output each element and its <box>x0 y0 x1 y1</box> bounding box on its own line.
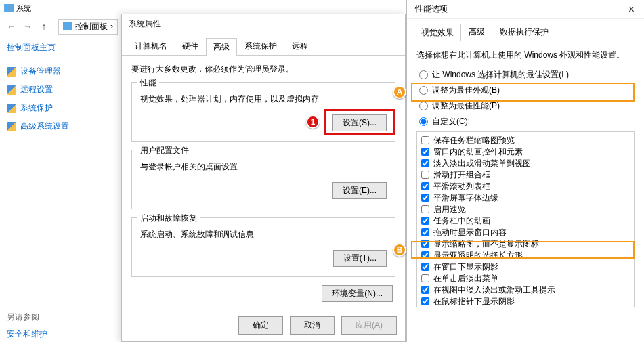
tab-bar: 视觉效果 高级 数据执行保护 <box>407 19 644 41</box>
option-label: 在视图中淡入淡出或滑动工具提示 <box>433 284 555 295</box>
group-desc: 系统启动、系统故障和调试信息 <box>140 229 387 240</box>
system-properties-dialog: 系统属性 计算机名 硬件 高级 系统保护 远程 要进行大多数更改，你必须作为管理… <box>121 14 406 342</box>
address-bar[interactable]: 控制面板 › <box>58 19 118 35</box>
visual-effect-option[interactable]: 保存任务栏缩略图预览 <box>421 135 630 146</box>
checkbox-input[interactable] <box>421 217 429 225</box>
tab-remote[interactable]: 远程 <box>284 37 316 55</box>
apply-button[interactable]: 应用(A) <box>341 316 397 335</box>
tab-system-protection[interactable]: 系统保护 <box>237 37 284 55</box>
group-legend: 用户配置文件 <box>137 145 192 156</box>
group-legend: 性能 <box>137 77 159 89</box>
nav-up-icon[interactable]: ↑ <box>38 21 50 32</box>
tab-advanced[interactable]: 高级 <box>206 38 237 56</box>
checkbox-input[interactable] <box>421 286 429 294</box>
window-title: 系统 <box>16 3 31 14</box>
sidebar-item-remote-settings[interactable]: 远程设置 <box>7 84 108 95</box>
checkbox-input[interactable] <box>421 136 429 144</box>
environment-variables-button[interactable]: 环境变量(N)... <box>322 285 393 302</box>
control-panel-home-link[interactable]: 控制面板主页 <box>7 42 108 54</box>
tab-visual-effects[interactable]: 视觉效果 <box>414 24 461 41</box>
visual-effect-option[interactable]: 拖动时显示窗口内容 <box>421 227 630 238</box>
checkbox-input[interactable] <box>421 148 429 156</box>
visual-effect-option[interactable]: 显示缩略图，而不是显示图标 <box>421 238 630 249</box>
close-icon[interactable]: × <box>624 3 639 16</box>
radio-input[interactable] <box>419 102 428 110</box>
radio-best-performance[interactable]: 调整为最佳性能(P) <box>416 100 635 112</box>
checkbox-input[interactable] <box>421 205 429 213</box>
nav-forward-icon[interactable]: → <box>22 21 34 32</box>
checkbox-input[interactable] <box>421 228 429 236</box>
dialog-title: 系统属性 <box>122 14 405 33</box>
radio-let-windows[interactable]: 让 Windows 选择计算机的最佳设置(L) <box>416 69 635 81</box>
option-label: 保存任务栏缩略图预览 <box>433 135 515 146</box>
tab-advanced[interactable]: 高级 <box>461 23 492 41</box>
visual-effect-option[interactable]: 在视图中淡入淡出或滑动工具提示 <box>421 284 630 295</box>
tab-hardware[interactable]: 硬件 <box>175 37 206 55</box>
checkbox-input[interactable] <box>421 297 429 305</box>
shield-icon <box>7 85 16 95</box>
performance-options-dialog: 性能选项 × 视觉效果 高级 数据执行保护 选择你想在此计算机上使用的 Wind… <box>406 0 644 342</box>
option-label: 在鼠标指针下显示阴影 <box>433 296 515 307</box>
checkbox-input[interactable] <box>421 194 429 202</box>
checkbox-input[interactable] <box>421 159 429 167</box>
breadcrumb-segment[interactable]: 控制面板 <box>75 21 108 33</box>
visual-effect-option[interactable]: 显示亚透明的选择长方形 <box>421 250 630 261</box>
visual-effect-option[interactable]: 任务栏中的动画 <box>421 215 630 226</box>
checkbox-input[interactable] <box>421 274 429 282</box>
dialog-titlebar: 性能选项 × <box>407 0 644 19</box>
sidebar-item-label: 远程设置 <box>20 84 53 95</box>
radio-best-appearance[interactable]: 调整为最佳外观(B) <box>416 85 635 96</box>
system-icon <box>4 4 14 12</box>
sidebar-item-device-manager[interactable]: 设备管理器 <box>7 66 108 77</box>
user-profile-settings-button[interactable]: 设置(E)... <box>332 182 387 199</box>
shield-icon <box>7 122 16 131</box>
startup-settings-button[interactable]: 设置(T)... <box>333 250 387 267</box>
see-also-link[interactable]: 安全和维护 <box>7 328 47 340</box>
checkbox-input[interactable] <box>421 182 429 190</box>
option-label: 平滑滚动列表框 <box>433 181 490 192</box>
performance-group: 性能 视觉效果，处理器计划，内存使用，以及虚拟内存 设置(S)... <box>131 82 395 142</box>
cancel-button[interactable]: 取消 <box>290 316 335 335</box>
checkbox-input[interactable] <box>421 251 429 259</box>
radio-input[interactable] <box>419 117 428 126</box>
marker-a: A <box>393 85 406 99</box>
sidebar-item-system-protection[interactable]: 系统保护 <box>7 102 108 114</box>
see-also-header: 另请参阅 <box>7 312 47 323</box>
performance-settings-button[interactable]: 设置(S)... <box>332 114 387 131</box>
visual-effect-option[interactable]: 在窗口下显示阴影 <box>421 261 630 272</box>
visual-effect-option[interactable]: 滑动打开组合框 <box>421 169 630 180</box>
nav-back-icon[interactable]: ← <box>5 21 18 32</box>
see-also: 另请参阅 安全和维护 <box>7 312 47 340</box>
visual-effect-option[interactable]: 平滑屏幕字体边缘 <box>421 192 630 203</box>
visual-effect-option[interactable]: 启用速览 <box>421 204 630 215</box>
group-legend: 启动和故障恢复 <box>137 213 200 224</box>
checkbox-input[interactable] <box>421 240 429 248</box>
admin-note: 要进行大多数更改，你必须作为管理员登录。 <box>131 64 395 75</box>
radio-custom[interactable]: 自定义(C): <box>416 116 635 127</box>
visual-effect-option[interactable]: 在单击后淡出菜单 <box>421 273 630 284</box>
visual-effects-list[interactable]: 保存任务栏缩略图预览窗口内的动画控件和元素淡入淡出或滑动菜单到视图滑动打开组合框… <box>416 131 635 307</box>
radio-input[interactable] <box>419 70 428 79</box>
marker-1: 1 <box>306 115 320 129</box>
side-panel: 控制面板主页 设备管理器 远程设置 系统保护 高级系统设置 另请参阅 安全和维护 <box>7 42 108 139</box>
ok-button[interactable]: 确定 <box>238 316 283 335</box>
radio-label: 让 Windows 选择计算机的最佳设置(L) <box>432 69 569 81</box>
visual-effect-option[interactable]: 在鼠标指针下显示阴影 <box>421 296 630 307</box>
checkbox-input[interactable] <box>421 171 429 179</box>
tab-computer-name[interactable]: 计算机名 <box>127 37 175 55</box>
chevron-right-icon: › <box>110 22 113 31</box>
radio-input[interactable] <box>419 86 428 95</box>
option-label: 淡入淡出或滑动菜单到视图 <box>433 158 531 169</box>
visual-effect-option[interactable]: 淡入淡出或滑动菜单到视图 <box>421 158 630 169</box>
tab-dep[interactable]: 数据执行保护 <box>492 23 556 41</box>
sidebar-item-advanced-settings[interactable]: 高级系统设置 <box>7 121 108 132</box>
shield-icon <box>7 104 16 113</box>
option-label: 显示缩略图，而不是显示图标 <box>433 238 539 249</box>
user-profile-group: 用户配置文件 与登录帐户相关的桌面设置 设置(E)... <box>131 150 395 209</box>
checkbox-input[interactable] <box>421 263 429 271</box>
visual-effect-option[interactable]: 平滑滚动列表框 <box>421 181 630 192</box>
dialog-body: 选择你想在此计算机上使用的 Windows 外观和性能设置。 让 Windows… <box>407 41 644 316</box>
visual-effect-option[interactable]: 窗口内的动画控件和元素 <box>421 146 630 157</box>
option-label: 滑动打开组合框 <box>433 169 490 180</box>
sidebar-item-label: 设备管理器 <box>20 66 61 77</box>
